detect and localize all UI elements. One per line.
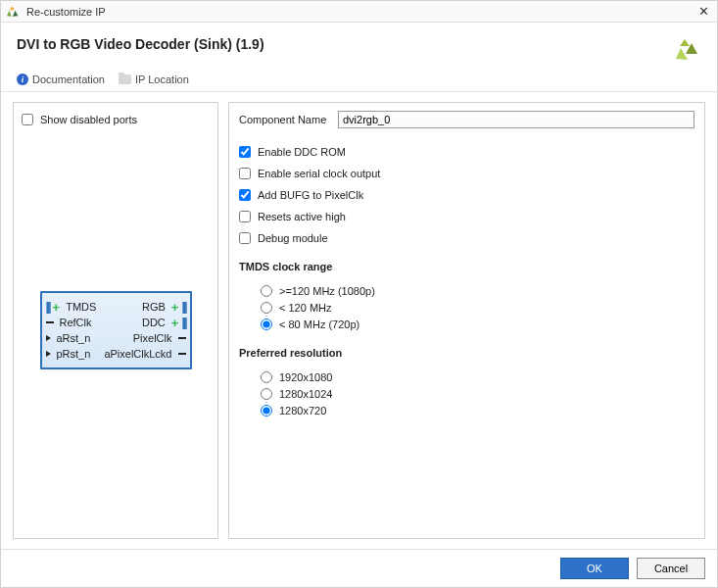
tmds-radio-720p[interactable]: < 80 MHz (720p)	[261, 318, 694, 330]
debug-module-label: Debug module	[258, 232, 328, 244]
enable-serial-clock-label: Enable serial clock output	[258, 168, 380, 179]
debug-module-input[interactable]	[239, 232, 251, 244]
svg-marker-1	[7, 10, 12, 16]
enable-serial-clock-checkbox[interactable]: Enable serial clock output	[239, 168, 694, 179]
show-disabled-ports-input[interactable]	[22, 114, 33, 125]
bus-icon: |||	[46, 300, 50, 314]
toolbar: i Documentation IP Location	[1, 74, 717, 92]
add-bufg-label: Add BUFG to PixelClk	[258, 189, 363, 201]
show-disabled-ports-checkbox[interactable]: Show disabled ports	[22, 114, 210, 125]
resets-active-high-label: Resets active high	[258, 211, 346, 222]
ip-location-link[interactable]: IP Location	[119, 74, 189, 85]
ip-block: ||| + TMDS RGB + |||	[40, 291, 192, 369]
port-arstn: aRst_n	[46, 332, 91, 344]
body: Show disabled ports ||| + TMDS RGB	[1, 92, 717, 549]
res-radio-1280x1024[interactable]: 1280x1024	[261, 388, 694, 400]
footer: OK Cancel	[1, 549, 717, 587]
ip-location-label: IP Location	[135, 74, 189, 85]
component-name-label: Component Name	[239, 114, 332, 125]
add-bufg-input[interactable]	[239, 189, 251, 201]
tmds-clock-range-title: TMDS clock range	[239, 261, 694, 272]
config-panel: Component Name Enable DDC ROM Enable ser…	[228, 102, 705, 539]
show-disabled-ports-label: Show disabled ports	[40, 114, 137, 125]
bus-icon: |||	[181, 300, 185, 314]
bus-icon: |||	[181, 316, 185, 329]
port-rgb: RGB + |||	[142, 300, 186, 314]
port-ddc: DDC + |||	[142, 316, 186, 329]
enable-ddc-rom-label: Enable DDC ROM	[258, 146, 346, 158]
documentation-label: Documentation	[32, 74, 105, 85]
line-icon	[46, 321, 54, 323]
header: DVI to RGB Video Decoder (Sink) (1.9)	[1, 23, 717, 74]
preferred-resolution-group: 1920x1080 1280x1024 1280x720	[239, 367, 694, 421]
plus-icon: +	[171, 317, 179, 329]
resets-active-high-checkbox[interactable]: Resets active high	[239, 211, 694, 222]
tmds-radio-120[interactable]: < 120 MHz	[261, 302, 694, 314]
line-icon	[178, 337, 186, 339]
ok-button[interactable]: OK	[560, 558, 629, 579]
tmds-radio-1080p[interactable]: >=120 MHz (1080p)	[261, 285, 694, 297]
add-bufg-checkbox[interactable]: Add BUFG to PixelClk	[239, 189, 694, 201]
folder-icon	[119, 74, 131, 84]
enable-serial-clock-input[interactable]	[239, 168, 251, 179]
port-tmds: ||| + TMDS	[46, 300, 97, 314]
block-preview-panel: Show disabled ports ||| + TMDS RGB	[13, 102, 218, 539]
port-pixelclk: PixelClk	[133, 332, 186, 344]
plus-icon: +	[171, 301, 179, 314]
close-icon[interactable]: ✕	[695, 4, 711, 19]
component-name-row: Component Name	[239, 111, 694, 128]
port-apixelclklckd: aPixelClkLckd	[104, 348, 185, 360]
svg-marker-3	[680, 39, 690, 46]
app-icon	[7, 5, 21, 19]
port-refclk: RefClk	[46, 317, 92, 328]
line-icon	[178, 353, 186, 355]
plus-icon: +	[53, 301, 61, 314]
port-prstn: pRst_n	[46, 348, 91, 360]
ip-title: DVI to RGB Video Decoder (Sink) (1.9)	[17, 36, 676, 52]
preferred-resolution-title: Preferred resolution	[239, 347, 694, 359]
enable-ddc-rom-input[interactable]	[239, 146, 251, 158]
svg-marker-0	[10, 6, 15, 10]
tmds-clock-range-group: >=120 MHz (1080p) < 120 MHz < 80 MHz (72…	[239, 280, 694, 335]
info-icon: i	[17, 74, 28, 85]
resets-active-high-input[interactable]	[239, 211, 251, 222]
arrow-icon	[46, 351, 51, 357]
block-diagram: ||| + TMDS RGB + |||	[22, 130, 210, 530]
debug-module-checkbox[interactable]: Debug module	[239, 232, 694, 244]
titlebar: Re-customize IP ✕	[1, 1, 717, 23]
res-radio-1280x720[interactable]: 1280x720	[261, 405, 694, 416]
svg-marker-2	[13, 10, 18, 16]
res-radio-1920x1080[interactable]: 1920x1080	[261, 371, 694, 383]
component-name-input[interactable]	[338, 111, 694, 128]
enable-ddc-rom-checkbox[interactable]: Enable DDC ROM	[239, 146, 694, 158]
cancel-button[interactable]: Cancel	[637, 558, 705, 579]
documentation-link[interactable]: i Documentation	[17, 74, 105, 85]
vendor-logo	[676, 36, 701, 62]
arrow-icon	[46, 335, 51, 341]
window-title: Re-customize IP	[26, 6, 695, 18]
window: Re-customize IP ✕ DVI to RGB Video Decod…	[0, 0, 718, 588]
